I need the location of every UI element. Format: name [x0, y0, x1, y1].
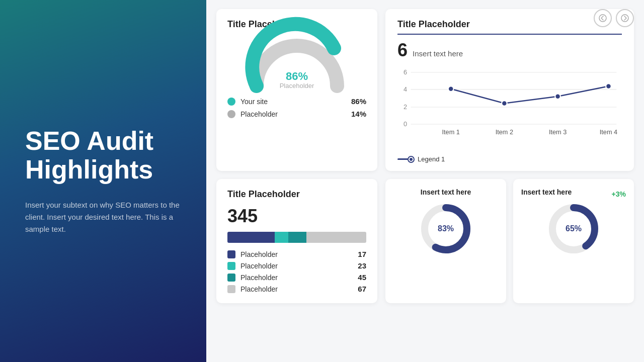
y-label-4: 4	[404, 85, 407, 93]
data-point-1	[448, 86, 454, 92]
svg-point-1	[621, 15, 628, 22]
bar-label-3: Placeholder	[240, 274, 278, 282]
bar-swatch-3	[227, 274, 235, 282]
bar-legend-row-1: Placeholder 17	[227, 250, 366, 258]
bar-swatch-2	[227, 262, 235, 270]
chart-legend-label: Legend 1	[418, 155, 445, 163]
x-label-4: Item 4	[600, 128, 617, 136]
legend-value-2: 14%	[351, 110, 366, 118]
chart-legend: Legend 1	[397, 155, 622, 163]
back-arrow-icon	[599, 14, 607, 22]
nav-forward-button[interactable]	[616, 9, 634, 27]
line-chart-title: Title Placeholder	[397, 19, 622, 35]
bar-val-2: 23	[358, 261, 366, 270]
forward-arrow-icon	[621, 14, 629, 22]
legend-row-1: Your site 86%	[227, 95, 366, 108]
donut-svg-2: 65%	[546, 201, 601, 256]
bar-swatch-4	[227, 285, 235, 293]
y-label-0: 0	[404, 120, 407, 128]
bar-label-1: Placeholder	[240, 250, 278, 258]
gauge-svg: 86% Placeholder	[247, 36, 347, 91]
mini-card-2-badge: +3%	[612, 190, 626, 198]
bar-legend-row-3: Placeholder 45	[227, 273, 366, 282]
bar-label-2: Placeholder	[240, 262, 278, 270]
bar-val-1: 17	[358, 250, 366, 258]
legend-label-1: Your site	[240, 98, 268, 106]
legend-dot-1	[227, 98, 235, 106]
legend-row-2: Placeholder 14%	[227, 108, 366, 120]
bar-val-4: 67	[358, 285, 366, 293]
y-label-6: 6	[404, 68, 407, 76]
bar-swatch-1	[227, 250, 235, 258]
gauge-card: Title Placeholder 86% Placeholder Your	[216, 9, 377, 171]
chart-stat-num: 6	[397, 40, 408, 61]
bar-card: Title Placeholder 345 Placeholder 17	[216, 179, 377, 303]
mini-card-2-title: Insert text here	[521, 188, 572, 196]
nav-back-button[interactable]	[594, 9, 612, 27]
gauge-percent-label: 86%	[286, 70, 308, 82]
svg-point-0	[599, 15, 606, 22]
legend-value-1: 86%	[351, 97, 366, 106]
mini-cards-row: Insert text here 83% Insert text here +3…	[385, 179, 634, 303]
donut-1-label: 83%	[438, 224, 454, 233]
donut-2-label: 65%	[566, 224, 582, 233]
bar-seg-3	[288, 232, 306, 243]
stacked-bar	[227, 232, 366, 243]
x-label-1: Item 1	[442, 128, 459, 136]
chart-stat-text: Insert text here	[413, 49, 463, 58]
data-point-2	[502, 101, 507, 106]
data-point-4	[606, 83, 611, 89]
bar-legend-row-2: Placeholder 23	[227, 261, 366, 270]
bar-seg-1	[227, 232, 275, 243]
y-label-2: 2	[404, 103, 407, 111]
x-label-2: Item 2	[496, 128, 513, 136]
legend-dot-icon	[409, 157, 414, 162]
legend-line-icon	[397, 158, 410, 160]
legend-dot-2	[227, 110, 235, 118]
bar-total: 345	[227, 206, 366, 227]
bar-card-title: Title Placeholder	[227, 189, 366, 200]
bar-label-4: Placeholder	[240, 285, 278, 293]
gauge-legend: Your site 86% Placeholder 14%	[227, 95, 366, 120]
bar-val-3: 45	[358, 273, 366, 282]
line-path	[451, 86, 608, 104]
x-label-3: Item 3	[549, 128, 567, 136]
gauge-sub-label: Placeholder	[280, 82, 314, 89]
data-point-3	[555, 94, 560, 99]
main-content: Title Placeholder 86% Placeholder Your	[206, 0, 644, 362]
gauge-container: 86% Placeholder Your site 86%	[227, 36, 366, 120]
bar-legend-rows: Placeholder 17 Placeholder 23 Placeholde…	[227, 250, 366, 293]
donut-svg-1: 83%	[418, 201, 473, 256]
line-chart-svg: 6 4 2 0 Item 1 Item 2 Item 3 Item 4	[397, 65, 622, 150]
mini-card-1: Insert text here 83%	[385, 179, 506, 303]
bar-legend-row-4: Placeholder 67	[227, 285, 366, 293]
content-grid: Title Placeholder 86% Placeholder Your	[216, 9, 634, 303]
mini-card-1-title: Insert text here	[421, 188, 471, 196]
bar-seg-2	[275, 232, 289, 243]
sidebar-subtitle: Insert your subtext on why SEO matters t…	[25, 199, 181, 235]
mini-card-2: Insert text here +3% 65%	[513, 179, 634, 303]
sidebar: SEO Audit Highlights Insert your subtext…	[0, 0, 206, 362]
bar-seg-4	[306, 232, 366, 243]
sidebar-title: SEO Audit Highlights	[25, 127, 181, 184]
legend-label-2: Placeholder	[240, 110, 278, 118]
nav-arrows	[594, 9, 634, 27]
line-chart-card: Title Placeholder 6 Insert text here 6 4…	[385, 9, 634, 171]
chart-stat-row: 6 Insert text here	[397, 40, 622, 61]
